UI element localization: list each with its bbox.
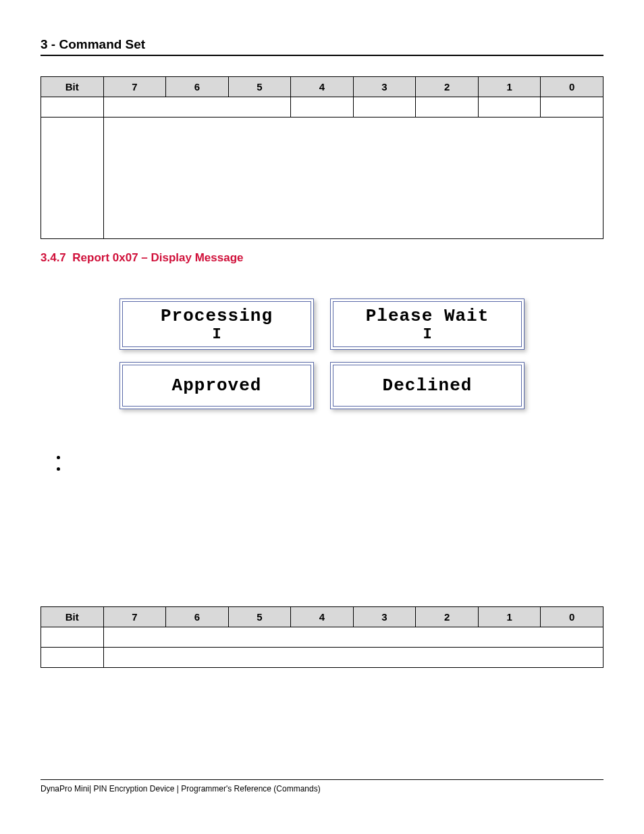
t1-h3: 5 <box>228 77 291 97</box>
t1-r2c1 <box>103 118 603 239</box>
t2-h5: 3 <box>353 607 416 627</box>
footer-left: DynaPro Mini| PIN Encryption Device | Pr… <box>41 784 321 793</box>
t2-h0: Bit <box>41 607 104 627</box>
hourglass-icon: I <box>423 328 431 342</box>
screen-processing: Processing I <box>119 298 314 350</box>
hourglass-icon: I <box>212 328 221 342</box>
t1-r1c1 <box>103 97 291 118</box>
t2-h3: 5 <box>228 607 291 627</box>
bullet-1 <box>68 451 603 463</box>
t1-h5: 3 <box>353 77 416 97</box>
t1-r1c0 <box>41 97 104 118</box>
screen-declined: Declined <box>330 362 525 409</box>
t2-h4: 4 <box>291 607 354 627</box>
section-title-text: Report 0x07 – Display Message <box>72 251 243 264</box>
screen-text: Declined <box>383 375 473 396</box>
screen-approved: Approved <box>119 362 314 409</box>
t2-r2c1: – <box>103 648 603 668</box>
t1-h2: 6 <box>166 77 229 97</box>
t1-r1c3 <box>353 97 416 118</box>
t2-h2: 6 <box>166 607 229 627</box>
t1-r1c6 <box>541 97 603 118</box>
t2-r1c1 <box>103 627 603 648</box>
t1-r1c5 <box>478 97 541 118</box>
t1-r1c4 <box>416 97 479 118</box>
t2-h8: 0 <box>541 607 603 627</box>
t1-h6: 2 <box>416 77 479 97</box>
bit-table-1: Bit 7 6 5 4 3 2 1 0 <box>41 76 603 239</box>
dash-1: – <box>41 436 603 447</box>
dash-2: – <box>155 569 603 579</box>
t1-h8: 0 <box>541 77 603 97</box>
page-header: 3 - Command Set <box>41 37 603 56</box>
t2-h7: 1 <box>478 607 541 627</box>
t2-h1: 7 <box>103 607 166 627</box>
screen-text: Approved <box>172 375 262 396</box>
screen-text: Please Wait <box>366 306 489 326</box>
t1-h0: Bit <box>41 77 104 97</box>
page-footer: DynaPro Mini| PIN Encryption Device | Pr… <box>41 779 603 793</box>
section-number: 3.4.7 <box>41 251 66 264</box>
t2-h6: 2 <box>416 607 479 627</box>
section-heading: 3.4.7 Report 0x07 – Display Message <box>41 251 603 265</box>
bullet-2 <box>68 463 603 474</box>
screen-grid: Processing I Please Wait I Approved Decl… <box>119 298 525 409</box>
t1-r1c2 <box>291 97 354 118</box>
t2-r1c0 <box>41 627 104 648</box>
t1-h7: 1 <box>478 77 541 97</box>
screen-please-wait: Please Wait I <box>330 298 525 350</box>
t1-h1: 7 <box>103 77 166 97</box>
screen-text: Processing <box>161 306 273 326</box>
t1-h4: 4 <box>291 77 354 97</box>
t2-r2c0 <box>41 648 104 668</box>
bullet-list <box>68 451 603 474</box>
bit-table-2: Bit 7 6 5 4 3 2 1 0 – <box>41 606 603 668</box>
t1-r2c0 <box>41 118 104 239</box>
